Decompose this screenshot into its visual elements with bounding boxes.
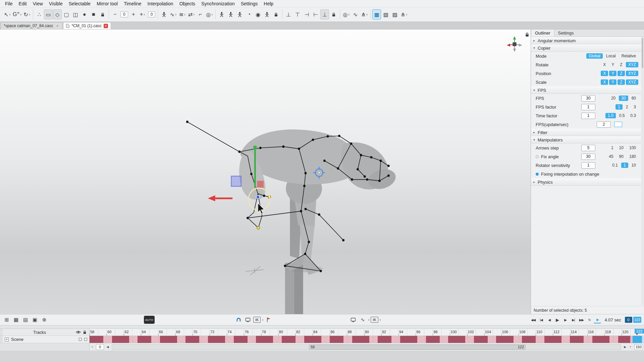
option-fps-20[interactable]: 20 (609, 96, 618, 101)
scroll-right-arrow[interactable]: ▶ (623, 344, 628, 350)
panel-tab-settings[interactable]: Settings (554, 29, 578, 37)
auto-interpolation-button[interactable]: AUTO (144, 316, 155, 324)
character-lock-toggle[interactable] (272, 9, 280, 19)
rect-select-tool[interactable]: ▭ (44, 9, 53, 19)
option-arrows-step-100[interactable]: 100 (627, 145, 638, 150)
option-position-y[interactable]: Y (609, 71, 616, 76)
add-interval-button[interactable]: ⊕ (40, 316, 48, 324)
scene-canvas[interactable] (0, 29, 531, 314)
grid-subdivide-tool[interactable]: ▨ (390, 9, 399, 19)
option-fix-angle-45[interactable]: 45 (606, 154, 615, 159)
screen-space-button[interactable] (244, 316, 252, 324)
menu-objects[interactable]: Objects (176, 1, 198, 7)
grid-add-tool[interactable]: ▧ (381, 9, 390, 19)
physics-ghost-tool[interactable] (235, 9, 244, 19)
box-select-tool[interactable]: ◫ (71, 9, 80, 19)
world-space-tool[interactable]: ◎› (342, 9, 351, 19)
close-tab-icon[interactable]: × (55, 24, 59, 28)
option-fps-30[interactable]: 30 (619, 96, 628, 101)
menu-help[interactable]: Help (261, 1, 276, 7)
align-floor-tool[interactable]: ⊥ (284, 9, 293, 19)
option-time-factor-0-5[interactable]: 0.5 (617, 113, 627, 118)
prev-keyframe-button[interactable]: |◀ (537, 316, 545, 323)
plane-handle-square[interactable] (231, 176, 241, 186)
track-layers-button[interactable]: ▤ (21, 316, 30, 324)
loop-end-frame[interactable]: 122 (633, 317, 641, 323)
radio-icon[interactable] (536, 155, 539, 158)
align-ceiling-tool[interactable]: ⊤ (293, 9, 302, 19)
option-rotate-y[interactable]: Y (609, 62, 616, 67)
range-end-box[interactable]: 150 (634, 344, 643, 350)
panel-scrollbar-thumb[interactable] (642, 38, 643, 68)
scene-track-header[interactable]: + Scene (0, 336, 90, 343)
menu-file[interactable]: File (2, 1, 16, 7)
flag-marker-button[interactable] (265, 316, 273, 324)
viewport-3d[interactable] (0, 29, 531, 314)
menu-synchronization[interactable]: Synchronization (198, 1, 238, 7)
plane-handle-red-square[interactable] (257, 181, 264, 187)
interval-plus-button[interactable]: + (129, 9, 138, 19)
add-track-button[interactable]: ⊞ (3, 316, 11, 324)
option-scale-x[interactable]: X (601, 79, 608, 85)
interval-minus-button[interactable]: − (111, 9, 119, 19)
orientation-gizmo[interactable] (505, 35, 524, 54)
track-lock-checkbox[interactable] (84, 338, 87, 341)
scene-track[interactable] (90, 336, 644, 343)
loop-toggle-button[interactable]: ↻ (586, 316, 593, 323)
rotator-sensitivity-input[interactable] (581, 162, 595, 169)
lock-icon[interactable] (83, 330, 87, 334)
joint-branch-tool[interactable]: ⋔› (399, 9, 408, 19)
mass-center-tool[interactable]: ◔ (245, 9, 253, 19)
picker-tool[interactable]: ⌖› (138, 9, 147, 19)
loop-start-frame[interactable]: 0 (625, 317, 632, 323)
point-controller-tool[interactable]: ∴ (35, 9, 44, 19)
gizmo-center-dot[interactable] (256, 195, 260, 199)
range-add-left-button[interactable]: + (90, 344, 95, 350)
option-fix-angle-180[interactable]: 180 (627, 154, 638, 159)
camera-view-button[interactable] (349, 316, 357, 324)
menu-interpolation[interactable]: Interpolation (145, 1, 176, 7)
autoposing-tool[interactable]: ◎› (205, 9, 214, 19)
chevron-right-icon[interactable]: › (380, 317, 381, 322)
chevron-right-icon[interactable]: › (262, 317, 263, 322)
track-visibility-checkbox[interactable] (79, 338, 82, 341)
magnet-snap-button[interactable] (234, 316, 243, 324)
option-fps-factor-2[interactable]: 2 (624, 104, 631, 110)
physics-play-button[interactable]: ▶ (594, 316, 601, 323)
option-rotate-z[interactable]: Z (618, 62, 625, 67)
timeline-scrollbar-track[interactable]: 58 122 (112, 344, 621, 350)
timeline-scrollbar-thumb[interactable]: 58 122 (309, 345, 526, 350)
insert-track-button[interactable]: ▦ (12, 316, 20, 324)
gizmo-z-axis[interactable] (519, 44, 522, 47)
section-header-angular-momentum[interactable]: ▸Angular momentum (531, 37, 641, 44)
fps-factor-input[interactable] (581, 104, 595, 110)
option-rotate-xyz[interactable]: XYZ (626, 62, 638, 67)
panel-scrollbar[interactable] (641, 37, 644, 305)
selection-lock-toggle[interactable] (98, 9, 107, 19)
document-tab-2[interactable]: *CM_01 (1).casc× (63, 22, 111, 29)
close-tab-icon[interactable]: × (104, 24, 108, 28)
align-lock-toggle[interactable] (329, 9, 338, 19)
jump-end-button[interactable]: ▶▶ (578, 316, 585, 323)
section-header-copier[interactable]: ▾Copier (531, 44, 641, 52)
option-time-factor-1-0[interactable]: 1.0 (605, 113, 616, 118)
menu-view[interactable]: View (30, 1, 46, 7)
retime-tool[interactable]: ⇄› (187, 9, 196, 19)
box-controller-tool[interactable]: ▢ (62, 9, 71, 19)
next-keyframe-button[interactable]: ▶| (570, 316, 577, 323)
option-mode-global[interactable]: Global (586, 53, 603, 59)
menu-edit[interactable]: Edit (16, 1, 30, 7)
align-left-tool[interactable]: ⊣ (302, 9, 311, 19)
menu-timeline[interactable]: Timeline (121, 1, 144, 7)
option-scale-z[interactable]: Z (618, 79, 625, 85)
expand-icon[interactable]: + (5, 338, 9, 342)
gizmo-y-axis[interactable] (513, 36, 516, 40)
spline-smooth-tool[interactable]: ∿ (351, 9, 360, 19)
sphere-primitive-tool[interactable]: ● (80, 9, 89, 19)
trajectory-path-button[interactable]: ∿ (359, 316, 367, 324)
ik-secondary-button[interactable]: IK (371, 317, 378, 323)
option-position-z[interactable]: Z (618, 71, 625, 76)
option-scale-xyz[interactable]: XYZ (626, 79, 638, 85)
gizmo-down-axis[interactable] (513, 49, 516, 52)
menu-settings[interactable]: Settings (238, 1, 261, 7)
